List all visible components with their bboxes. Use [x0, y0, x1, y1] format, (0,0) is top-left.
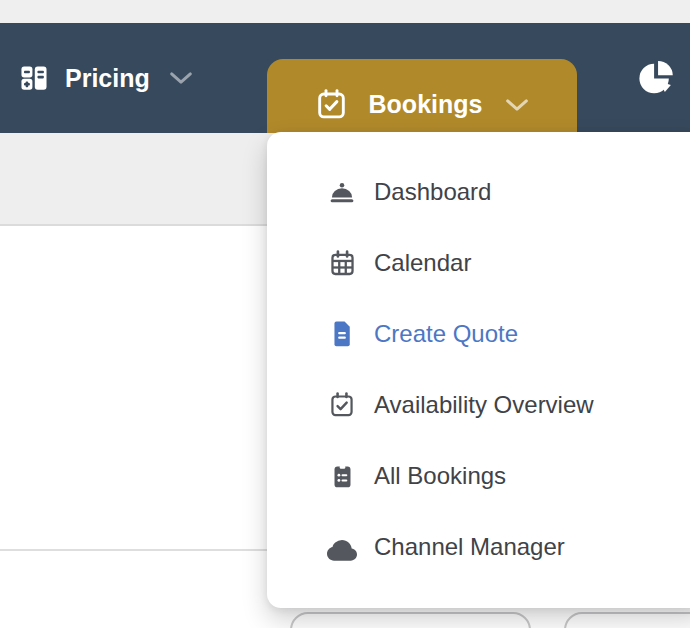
document-icon [327, 319, 357, 349]
bookings-dropdown-menu: Dashboard Calendar [267, 132, 690, 608]
calculator-icon [18, 62, 50, 94]
nav-item-pricing[interactable]: Pricing [18, 23, 193, 133]
menu-item-label: Dashboard [374, 178, 491, 206]
clipboard-list-icon [327, 461, 357, 491]
calendar-icon [327, 248, 357, 278]
menu-item-create-quote[interactable]: Create Quote [327, 311, 690, 357]
cloud-icon [327, 532, 357, 562]
nav-label-bookings: Bookings [369, 90, 483, 119]
page-top-strip [0, 0, 690, 23]
service-bell-icon [327, 177, 357, 207]
background-card [564, 612, 690, 628]
app-screen: Pricing Bookings [0, 0, 690, 628]
pie-chart-icon [637, 59, 675, 97]
nav-label-pricing: Pricing [65, 64, 150, 93]
chevron-down-icon [505, 98, 529, 112]
menu-item-availability-overview[interactable]: Availability Overview [327, 382, 690, 428]
menu-item-all-bookings[interactable]: All Bookings [327, 453, 690, 499]
menu-item-calendar[interactable]: Calendar [327, 240, 690, 286]
nav-item-reports[interactable]: Reports [637, 23, 690, 133]
chevron-down-icon [169, 71, 193, 85]
main-navbar: Pricing Bookings [0, 23, 690, 133]
menu-item-label: All Bookings [374, 462, 506, 490]
menu-item-label: Calendar [374, 249, 471, 277]
menu-item-label: Availability Overview [374, 391, 594, 419]
menu-item-channel-manager[interactable]: Channel Manager [327, 524, 690, 570]
menu-item-dashboard[interactable]: Dashboard [327, 169, 690, 215]
background-card [290, 612, 531, 628]
calendar-check-icon [327, 390, 357, 420]
calendar-check-icon [315, 88, 348, 121]
menu-item-label: Channel Manager [374, 533, 565, 561]
menu-item-label: Create Quote [374, 320, 518, 348]
